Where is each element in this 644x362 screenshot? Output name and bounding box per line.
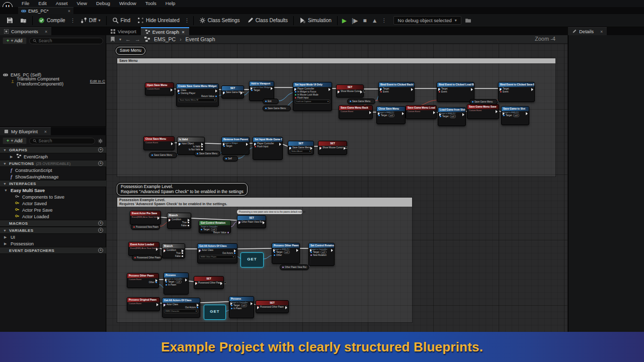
diff-button[interactable]: Diff▾ bbox=[77, 14, 104, 27]
pin-show-mouse-cursor[interactable]: Show Mouse Cursor✓ bbox=[337, 89, 363, 93]
menu-edit[interactable]: Edit bbox=[34, 0, 51, 7]
pin-event[interactable]: Event bbox=[379, 90, 414, 93]
pin-flush-input[interactable]: Flush Input bbox=[253, 145, 282, 148]
compile-options-icon[interactable]: ⋮ bbox=[69, 18, 77, 23]
menu-view[interactable]: View bbox=[72, 0, 91, 7]
pin-target[interactable]: Targetself bbox=[438, 115, 465, 118]
menu-help[interactable]: Help bbox=[161, 0, 180, 7]
bp-node-get-control-rotation[interactable]: Get Control RotationTarget is Controller… bbox=[199, 220, 231, 233]
pin-other[interactable]: Other bbox=[127, 281, 158, 284]
bp-node-set[interactable]: SETPossessed Other Pawn bbox=[256, 300, 289, 313]
bp-node-set[interactable]: SETShow Mouse Cursor✓ bbox=[318, 141, 347, 155]
menu-window[interactable]: Window bbox=[115, 0, 141, 7]
bp-node-set[interactable]: SETOther Pawn View Rot bbox=[237, 215, 266, 228]
pin-target[interactable]: Target bbox=[222, 144, 249, 147]
sidebar-item-actor-saved[interactable]: Actor Saved bbox=[0, 200, 106, 207]
sidebar-item-showsavingmessage[interactable]: ƒShowSavingMessage bbox=[0, 173, 106, 180]
breadcrumb-leaf[interactable]: Event Graph bbox=[186, 36, 215, 42]
pin-out-actors[interactable]: Out Actors bbox=[198, 251, 237, 254]
bp-node-set-input-mode-game-only[interactable]: Set Input Mode Game OnlyPlayer Controlle… bbox=[253, 137, 283, 160]
hide-unrelated-options-icon[interactable]: ⋮ bbox=[183, 18, 191, 23]
bp-node-get-all-actors-of-class[interactable]: Get All Actors Of ClassActor ClassOut Ac… bbox=[197, 243, 237, 263]
bp-node-event-actor-loaded[interactable]: Event Actor LoadedEvent(EMS) Actor Save … bbox=[128, 242, 159, 256]
add-macros-icon[interactable]: + bbox=[98, 221, 103, 226]
details-panel-tab[interactable]: Details × bbox=[568, 27, 607, 35]
find-button[interactable]: Find bbox=[109, 14, 134, 27]
bp-node-set[interactable]: SETSave Game MenuSelect Asset▾ bbox=[288, 141, 314, 155]
debug-object-dropdown[interactable]: No debug object selected▾ bbox=[393, 16, 461, 25]
pin-target[interactable]: Targetself bbox=[377, 114, 405, 117]
components-add-button[interactable]: ++ Add bbox=[3, 37, 27, 44]
eject-button[interactable]: ▲ bbox=[369, 17, 380, 24]
pin-out-actors[interactable]: Out Actors bbox=[163, 306, 200, 309]
var-pill-self[interactable]: Self bbox=[223, 156, 238, 161]
section-event-dispatchers[interactable]: EVENT DISPATCHERS+ bbox=[0, 247, 106, 254]
sidebar-item-components-to-save[interactable]: Components to Save bbox=[0, 194, 106, 200]
add-graphs-icon[interactable]: + bbox=[98, 147, 103, 152]
pin-return-value[interactable]: Return Value bbox=[199, 231, 230, 234]
bp-node-possess-other-pawn[interactable]: Possess Other PawnCustom EventOther bbox=[127, 273, 159, 288]
pin-other-pawn-view-rot[interactable]: Other Pawn View Rot bbox=[237, 220, 266, 223]
var-pill-possessed-other-pawn[interactable]: Possessed Other Pawn bbox=[132, 255, 162, 260]
tab-viewport[interactable]: Viewport bbox=[106, 27, 141, 35]
bp-node-possess[interactable]: PossessTarget is ControllerTargetselfIn … bbox=[229, 296, 254, 318]
pin-false[interactable]: False bbox=[168, 224, 191, 227]
edit-in-c-link[interactable]: Edit in C bbox=[90, 79, 105, 83]
my-blueprint-add-button[interactable]: ++ Add bbox=[3, 137, 27, 144]
bp-node-close-save-menu[interactable]: Close Save MenuCustom Event bbox=[143, 136, 175, 150]
pin-possessed-other-pawn[interactable]: Possessed Other Pawn bbox=[256, 305, 288, 308]
section-macros[interactable]: MACROS+ bbox=[0, 220, 106, 227]
menu-file[interactable]: File bbox=[17, 0, 34, 7]
bp-node-set-control-rotation[interactable]: Set Control RotationTarget is Controller… bbox=[308, 243, 335, 266]
bp-node-close-save-menu[interactable]: Close Save MenuTarget is EMS PCTargetsel… bbox=[376, 106, 406, 124]
bp-node-add-to-viewport[interactable]: Add to ViewportTarget is User WidgetTarg… bbox=[249, 81, 274, 101]
node-select[interactable]: EMS Other Pawn▾ bbox=[199, 255, 235, 259]
class-defaults-button[interactable]: Class Defaults bbox=[244, 14, 291, 27]
play-options-icon[interactable]: ⋮ bbox=[380, 18, 388, 23]
simulation-button[interactable]: Simulation bbox=[296, 14, 335, 27]
frame-skip-button[interactable]: |▶ bbox=[349, 17, 360, 24]
my-blueprint-close-icon[interactable]: × bbox=[44, 129, 47, 134]
bp-node-possess[interactable]: PossessTarget is ControllerTargetselfIn … bbox=[164, 273, 189, 295]
bp-node-get[interactable]: GET bbox=[240, 252, 264, 267]
bp-node-branch[interactable]: BranchConditionTrueFalse bbox=[162, 243, 185, 258]
bp-node-bind-event-to-clicked-save-button[interactable]: Bind Event to Clicked Save ButtonTargetE… bbox=[498, 82, 535, 102]
bp-node-event-actor-pre-save[interactable]: Event Actor Pre SaveEvent(EMS) Actor Sav… bbox=[130, 211, 161, 225]
sidebar-item-actor-pre-save[interactable]: Actor Pre Save bbox=[0, 207, 106, 213]
stop-button[interactable]: ■ bbox=[360, 17, 369, 24]
section-functions[interactable]: ▼FUNCTIONS(25 OVERRIDABLE)+ bbox=[0, 160, 106, 167]
sidebar-item-easy-multi-save[interactable]: ▼Easy Multi Save bbox=[0, 187, 106, 194]
compile-button[interactable]: Compile bbox=[35, 14, 69, 27]
menu-debug[interactable]: Debug bbox=[92, 0, 115, 7]
asset-tab-close-icon[interactable]: × bbox=[68, 9, 70, 14]
forward-arrow-icon[interactable]: → bbox=[135, 36, 140, 42]
var-pill-possessed-new-pawn[interactable]: Possessed New Pawn bbox=[131, 224, 160, 230]
var-pill-exit[interactable]: Exit bbox=[263, 99, 279, 104]
bp-node-possess-other-pawn[interactable]: Possess Other PawnTarget is EMS PCTarget… bbox=[272, 243, 300, 264]
node-select[interactable]: Save Game Menu W▾ bbox=[178, 98, 217, 102]
debug-browse-button[interactable] bbox=[461, 14, 475, 27]
pin-save-game-menu[interactable]: Save Game Menu bbox=[288, 146, 313, 149]
bp-node-possess-original-pawn[interactable]: Possess Original PawnCustom Event bbox=[127, 297, 160, 311]
pin-other[interactable]: Other bbox=[272, 253, 299, 256]
browse-button[interactable] bbox=[17, 14, 30, 27]
sidebar-item-eventgraph[interactable]: ▶EventGraph bbox=[0, 153, 106, 160]
pin-target[interactable]: Targetself bbox=[502, 114, 529, 117]
sidebar-item-actor-loaded[interactable]: Actor Loaded bbox=[0, 213, 106, 220]
section-variables[interactable]: ▼VARIABLES+ bbox=[0, 227, 106, 234]
play-button[interactable]: ▶ bbox=[340, 17, 349, 24]
bp-node-create-save-game-menu-widget[interactable]: Create Save Game Menu WidgetClassOwning … bbox=[176, 83, 219, 107]
bp-node-load-game-from-slot[interactable]: Load Game from SlotTarget is EMS PCTarge… bbox=[438, 107, 466, 126]
bp-node-save-game-to-slot[interactable]: Save Game to SlotTarget is EMS PCTargets… bbox=[501, 106, 529, 125]
section-interfaces[interactable]: ▼INTERFACES bbox=[0, 180, 106, 187]
component-item-transform[interactable]: Transform Component (TransformComponent0… bbox=[0, 78, 106, 84]
menu-asset[interactable]: Asset bbox=[51, 0, 72, 7]
node-select[interactable]: Select Asset▾ bbox=[290, 149, 312, 153]
pin-event[interactable]: Event bbox=[499, 90, 534, 93]
save-button[interactable] bbox=[3, 14, 17, 27]
sidebar-item-possession[interactable]: ▶Possession bbox=[0, 240, 106, 247]
pin-in-pawn[interactable]: In Pawn bbox=[229, 307, 254, 310]
sidebar-item-constructionscript[interactable]: ƒConstructionScript bbox=[0, 167, 106, 173]
event-graph-close-icon[interactable]: × bbox=[182, 29, 185, 35]
pin-possessed-other-pawn[interactable]: Possessed Other Pawn✓ bbox=[194, 281, 223, 284]
